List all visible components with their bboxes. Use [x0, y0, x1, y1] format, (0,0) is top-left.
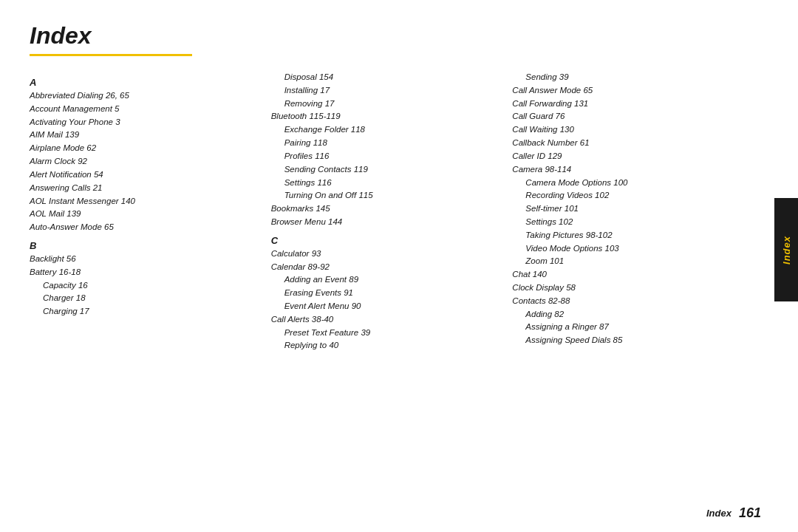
footer-label: Index	[706, 508, 732, 519]
section-letter-A: A	[30, 77, 256, 88]
index-entry: Video Mode Options 103	[512, 242, 739, 256]
index-entry: Disposal 154	[271, 71, 498, 84]
column-col1: AAbbreviated Dialing 26, 65Account Manag…	[30, 71, 271, 485]
index-entry: Zoom 101	[512, 255, 739, 268]
index-entry: Settings 102	[512, 216, 739, 229]
index-entry: Camera Mode Options 100	[512, 177, 739, 190]
index-entry: Browser Menu 144	[271, 216, 498, 229]
index-entry: Adding 82	[512, 308, 739, 321]
index-entry: Replying to 40	[271, 339, 498, 352]
index-entry: AOL Instant Messenger 140	[30, 195, 256, 208]
index-entry: Charging 17	[30, 305, 256, 318]
column-col2: Disposal 154Installing 17Removing 17Blue…	[271, 71, 513, 485]
index-entry: Capacity 16	[30, 279, 256, 293]
page-title: Index	[30, 22, 768, 50]
index-entry: AIM Mail 139	[30, 129, 256, 142]
index-entry: Airplane Mode 62	[30, 142, 256, 155]
index-entry: Event Alert Menu 90	[271, 300, 498, 313]
index-entry: Assigning Speed Dials 85	[512, 334, 739, 347]
index-entry: Calculator 93	[271, 248, 498, 261]
index-entry: Taking Pictures 98-102	[512, 229, 739, 242]
index-entry: Backlight 56	[30, 253, 256, 266]
index-entry: Call Alerts 38-40	[271, 313, 498, 327]
section-letter-B: B	[30, 240, 256, 251]
index-entry: Adding an Event 89	[271, 273, 498, 287]
index-entry: Battery 16-18	[30, 266, 256, 279]
index-entry: Call Guard 76	[512, 110, 739, 123]
index-entry: Pairing 118	[271, 137, 498, 150]
index-entry: Answering Calls 21	[30, 182, 256, 195]
content-area: Index AAbbreviated Dialing 26, 65Account…	[30, 22, 768, 485]
index-entry: Call Forwarding 131	[512, 98, 739, 111]
index-entry: Preset Text Feature 39	[271, 327, 498, 340]
index-entry: Alert Notification 54	[30, 168, 256, 182]
index-entry: Removing 17	[271, 98, 498, 111]
index-entry: AOL Mail 139	[30, 208, 256, 221]
footer-page: 161	[739, 505, 761, 521]
index-entry: Calendar 89-92	[271, 261, 498, 274]
index-entry: Activating Your Phone 3	[30, 116, 256, 129]
index-entry: Alarm Clock 92	[30, 155, 256, 168]
index-entry: Call Waiting 130	[512, 123, 739, 137]
section-letter-C: C	[271, 235, 498, 246]
index-entry: Call Answer Mode 65	[512, 84, 739, 98]
page-container: Index Index AAbbreviated Dialing 26, 65A…	[0, 0, 798, 532]
index-entry: Exchange Folder 118	[271, 123, 498, 137]
index-entry: Self-timer 101	[512, 202, 739, 216]
index-entry: Turning On and Off 115	[271, 189, 498, 202]
index-entry: Bluetooth 115-119	[271, 110, 498, 123]
main-content: Index Index AAbbreviated Dialing 26, 65A…	[0, 0, 798, 499]
index-entry: Chat 140	[512, 268, 739, 282]
index-entry: Abbreviated Dialing 26, 65	[30, 89, 256, 103]
index-entry: Callback Number 61	[512, 137, 739, 150]
title-underline	[30, 54, 192, 56]
index-entry: Contacts 82-88	[512, 295, 739, 308]
index-entry: Account Management 5	[30, 103, 256, 116]
index-entry: Erasing Events 91	[271, 287, 498, 300]
side-tab-label: Index	[781, 236, 792, 265]
index-entry: Assigning a Ringer 87	[512, 321, 739, 334]
index-entry: Installing 17	[271, 84, 498, 98]
column-col3: Sending 39Call Answer Mode 65Call Forwar…	[512, 71, 768, 485]
index-entry: Sending 39	[512, 71, 739, 84]
index-entry: Clock Display 58	[512, 282, 739, 295]
index-entry: Charger 18	[30, 292, 256, 305]
side-tab: Index	[774, 198, 798, 301]
index-entry: Profiles 116	[271, 150, 498, 163]
index-entry: Settings 116	[271, 177, 498, 190]
columns: AAbbreviated Dialing 26, 65Account Manag…	[30, 71, 768, 485]
index-entry: Bookmarks 145	[271, 202, 498, 216]
index-entry: Sending Contacts 119	[271, 163, 498, 177]
index-entry: Auto-Answer Mode 65	[30, 221, 256, 234]
index-entry: Caller ID 129	[512, 150, 739, 163]
index-entry: Recording Videos 102	[512, 189, 739, 202]
index-entry: Camera 98-114	[512, 163, 739, 177]
footer: Index 161	[0, 499, 798, 532]
